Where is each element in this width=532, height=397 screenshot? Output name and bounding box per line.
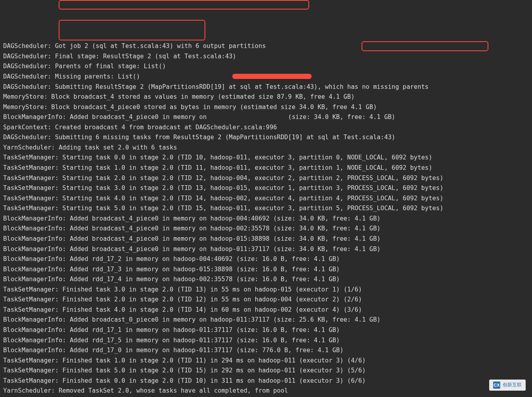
- watermark-text: 创新互联: [503, 381, 522, 389]
- watermark-badge: CX 创新互联: [489, 380, 526, 391]
- log-line: DAGScheduler: Submitting 6 missing tasks…: [3, 132, 529, 143]
- log-line: TaskSetManager: Finished task 1.0 in sta…: [3, 356, 529, 366]
- log-line: BlockManagerInfo: Added rdd_17_3 in memo…: [3, 265, 529, 275]
- log-line: SparkContext: Created broadcast 4 from b…: [3, 123, 529, 133]
- highlight-box: [59, 0, 309, 10]
- log-line: YarnScheduler: Adding task set 2.0 with …: [3, 143, 529, 153]
- log-line: TaskSetManager: Starting task 2.0 in sta…: [3, 173, 529, 184]
- log-line: BlockManagerInfo: Added broadcast_4_piec…: [3, 112, 529, 123]
- log-line: BlockManagerInfo: Added rdd_17_4 in memo…: [3, 274, 529, 285]
- log-line: TaskSetManager: Finished task 2.0 in sta…: [3, 295, 529, 305]
- console-log: DAGScheduler: Got job 2 (sql at Test.sca…: [3, 41, 529, 397]
- watermark-logo-icon: CX: [493, 382, 500, 389]
- log-line: DAGScheduler: Parents of final stage: Li…: [3, 61, 529, 72]
- log-line: BlockManagerInfo: Added rdd_17_0 in memo…: [3, 345, 529, 356]
- log-line: TaskSetManager: Starting task 5.0 in sta…: [3, 203, 529, 214]
- log-line: TaskSetManager: Finished task 3.0 in sta…: [3, 285, 529, 295]
- log-line: TaskSetManager: Finished task 4.0 in sta…: [3, 305, 529, 315]
- highlight-box: [59, 20, 205, 40]
- log-line: BlockManagerInfo: Added broadcast_4_piec…: [3, 244, 529, 255]
- log-line: TaskSetManager: Finished task 5.0 in sta…: [3, 366, 529, 376]
- log-line: BlockManagerInfo: Added broadcast_4_piec…: [3, 224, 529, 234]
- log-line: DAGScheduler: Missing parents: List(): [3, 72, 529, 82]
- log-line: MemoryStore: Block broadcast_4_piece0 st…: [3, 102, 529, 113]
- log-line: TaskSetManager: Starting task 1.0 in sta…: [3, 163, 529, 173]
- log-line: TaskSetManager: Starting task 0.0 in sta…: [3, 153, 529, 163]
- log-line: BlockManagerInfo: Added rdd_17_5 in memo…: [3, 336, 529, 346]
- log-line: BlockManagerInfo: Added broadcast_4_piec…: [3, 214, 529, 224]
- log-line: TaskSetManager: Finished task 0.0 in sta…: [3, 376, 529, 386]
- log-line: BlockManagerInfo: Added rdd_17_2 in memo…: [3, 254, 529, 265]
- log-line: DAGScheduler: Submitting ResultStage 2 (…: [3, 82, 529, 92]
- log-line: TaskSetManager: Starting task 3.0 in sta…: [3, 183, 529, 194]
- log-line: BlockManagerInfo: Added broadcast_4_piec…: [3, 234, 529, 244]
- log-line: BlockManagerInfo: Added broadcast_0_piec…: [3, 315, 529, 325]
- log-line: TaskSetManager: Starting task 4.0 in sta…: [3, 194, 529, 204]
- log-line: BlockManagerInfo: Added rdd_17_1 in memo…: [3, 325, 529, 336]
- log-line: DAGScheduler: Final stage: ResultStage 2…: [3, 52, 529, 62]
- log-line: YarnScheduler: Removed TaskSet 2.0, whos…: [3, 386, 529, 396]
- log-line: MemoryStore: Block broadcast_4 stored as…: [3, 92, 529, 102]
- log-line: DAGScheduler: Got job 2 (sql at Test.sca…: [3, 41, 529, 52]
